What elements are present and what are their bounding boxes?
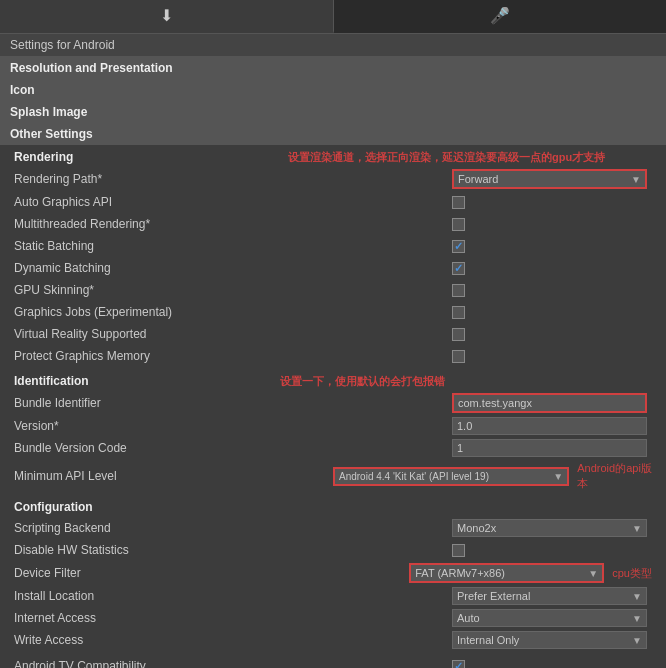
internet-access-dropdown[interactable]: Auto ▼ [452, 609, 647, 627]
bundle-version-code-input[interactable] [452, 439, 647, 457]
android-tv-label: Android TV Compatibility [14, 659, 452, 668]
rendering-path-dropdown[interactable]: Forward ▼ [454, 171, 645, 187]
dynamic-batching-label: Dynamic Batching [14, 261, 452, 275]
graphics-jobs-checkbox[interactable] [452, 306, 465, 319]
disable-hw-checkbox[interactable] [452, 544, 465, 557]
write-access-row: Write Access Internal Only ▼ [0, 629, 666, 651]
section-splash[interactable]: Splash Image [0, 101, 666, 123]
device-filter-annotation: cpu类型 [612, 566, 652, 581]
identification-section: Identification 设置一下，使用默认的会打包报错 Bundle Id… [0, 369, 666, 495]
version-label: Version* [14, 419, 452, 433]
static-batching-row: Static Batching [0, 235, 666, 257]
version-input[interactable] [452, 417, 647, 435]
rendering-path-dropdown-outline: Forward ▼ [452, 169, 647, 189]
dynamic-batching-checkbox[interactable] [452, 262, 465, 275]
bundle-id-outline [452, 393, 647, 413]
configuration-label: Configuration [14, 500, 93, 514]
internet-access-label: Internet Access [14, 611, 452, 625]
protect-graphics-row: Protect Graphics Memory [0, 345, 666, 367]
install-location-row: Install Location Prefer External ▼ [0, 585, 666, 607]
bundle-id-row: Bundle Identifier [0, 391, 666, 415]
section-icon[interactable]: Icon [0, 79, 666, 101]
min-api-row: Minimum API Level Android 4.4 'Kit Kat' … [0, 459, 666, 493]
identification-label: Identification [14, 374, 89, 388]
auto-graphics-label: Auto Graphics API [14, 195, 452, 209]
multithreaded-checkbox[interactable] [452, 218, 465, 231]
auto-graphics-row: Auto Graphics API [0, 191, 666, 213]
auto-graphics-checkbox[interactable] [452, 196, 465, 209]
rendering-annotation: 设置渲染通道，选择正向渲染，延迟渲染要高级一点的gpu才支持 [288, 150, 568, 164]
rendering-label: Rendering [14, 150, 73, 164]
android-tv-checkbox[interactable] [452, 660, 465, 669]
scripting-backend-arrow: ▼ [632, 523, 642, 534]
rendering-path-value: Forward ▼ [452, 169, 652, 189]
bundle-id-label: Bundle Identifier [14, 396, 452, 410]
bundle-version-code-label: Bundle Version Code [14, 441, 452, 455]
write-access-label: Write Access [14, 633, 452, 647]
protect-graphics-label: Protect Graphics Memory [14, 349, 452, 363]
identification-annotation: 设置一下，使用默认的会打包报错 [280, 374, 445, 389]
device-filter-arrow: ▼ [588, 568, 598, 579]
version-row: Version* [0, 415, 666, 437]
multithreaded-label: Multithreaded Rendering* [14, 217, 452, 231]
install-location-arrow: ▼ [632, 591, 642, 602]
min-api-arrow: ▼ [553, 471, 563, 482]
device-filter-outline: FAT (ARMv7+x86) ▼ [409, 563, 604, 583]
bundle-id-input[interactable] [454, 395, 645, 411]
gpu-skinning-row: GPU Skinning* [0, 279, 666, 301]
settings-header: Settings for Android [0, 34, 666, 57]
gpu-skinning-label: GPU Skinning* [14, 283, 452, 297]
dropdown-arrow: ▼ [631, 174, 641, 185]
tab-other[interactable]: 🎤 [334, 0, 667, 33]
tab-android[interactable]: ⬇ [0, 0, 334, 33]
min-api-label: Minimum API Level [14, 469, 333, 483]
static-batching-label: Static Batching [14, 239, 452, 253]
section-other[interactable]: Other Settings [0, 123, 666, 145]
settings-content: Resolution and Presentation Icon Splash … [0, 57, 666, 668]
scripting-backend-label: Scripting Backend [14, 521, 452, 535]
static-batching-checkbox[interactable] [452, 240, 465, 253]
gpu-skinning-checkbox[interactable] [452, 284, 465, 297]
configuration-section: Configuration Scripting Backend Mono2x ▼… [0, 495, 666, 653]
device-filter-row: Device Filter FAT (ARMv7+x86) ▼ cpu类型 [0, 561, 666, 585]
rendering-path-label: Rendering Path* [14, 172, 452, 186]
write-access-arrow: ▼ [632, 635, 642, 646]
bundle-version-code-row: Bundle Version Code [0, 437, 666, 459]
device-filter-dropdown[interactable]: FAT (ARMv7+x86) ▼ [411, 565, 602, 581]
write-access-dropdown[interactable]: Internal Only ▼ [452, 631, 647, 649]
vr-supported-row: Virtual Reality Supported [0, 323, 666, 345]
vr-supported-checkbox[interactable] [452, 328, 465, 341]
vr-supported-label: Virtual Reality Supported [14, 327, 452, 341]
scripting-backend-dropdown[interactable]: Mono2x ▼ [452, 519, 647, 537]
scripting-backend-row: Scripting Backend Mono2x ▼ [0, 517, 666, 539]
android-compat-section: Android TV Compatibility Android Game An… [0, 653, 666, 668]
graphics-jobs-row: Graphics Jobs (Experimental) [0, 301, 666, 323]
min-api-annotation: Android的api版本 [577, 461, 652, 491]
section-resolution[interactable]: Resolution and Presentation [0, 57, 666, 79]
internet-access-arrow: ▼ [632, 613, 642, 624]
internet-access-row: Internet Access Auto ▼ [0, 607, 666, 629]
min-api-outline: Android 4.4 'Kit Kat' (API level 19) ▼ [333, 467, 569, 486]
multithreaded-row: Multithreaded Rendering* [0, 213, 666, 235]
rendering-path-row: Rendering Path* Forward ▼ [0, 167, 666, 191]
rendering-section: Rendering 设置渲染通道，选择正向渲染，延迟渲染要高级一点的gpu才支持… [0, 145, 666, 369]
install-location-dropdown[interactable]: Prefer External ▼ [452, 587, 647, 605]
dynamic-batching-row: Dynamic Batching [0, 257, 666, 279]
device-filter-label: Device Filter [14, 566, 409, 580]
graphics-jobs-label: Graphics Jobs (Experimental) [14, 305, 452, 319]
android-tv-row: Android TV Compatibility [0, 655, 666, 668]
protect-graphics-checkbox[interactable] [452, 350, 465, 363]
top-tabs-container: ⬇ 🎤 [0, 0, 666, 34]
disable-hw-label: Disable HW Statistics [14, 543, 452, 557]
disable-hw-row: Disable HW Statistics [0, 539, 666, 561]
min-api-dropdown[interactable]: Android 4.4 'Kit Kat' (API level 19) ▼ [335, 469, 567, 484]
install-location-label: Install Location [14, 589, 452, 603]
